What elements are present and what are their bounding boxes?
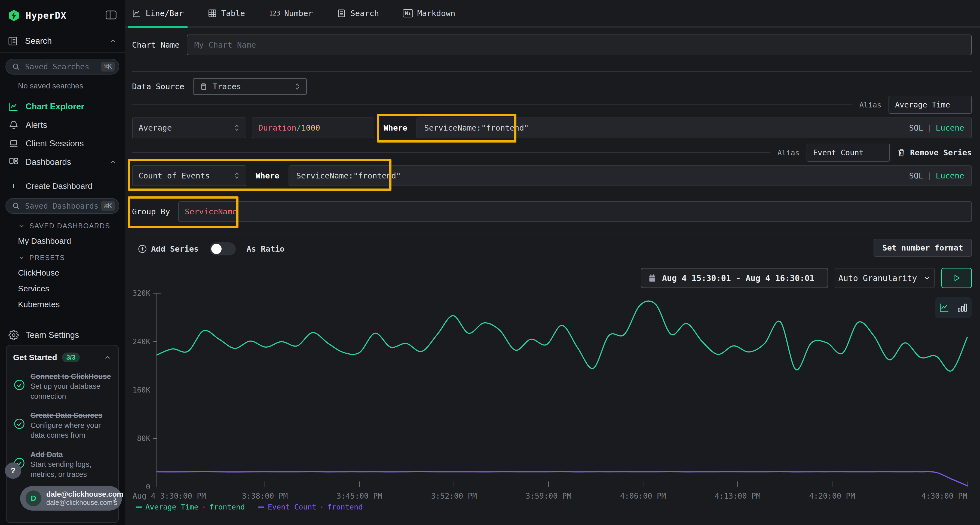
granularity-select[interactable]: Auto Granularity (835, 268, 935, 288)
calendar-icon (648, 274, 657, 282)
legend-item-event-count[interactable]: Event Count · frontend (258, 503, 363, 511)
select-chevrons-icon (234, 124, 240, 132)
lucene-toggle[interactable]: Lucene (935, 171, 964, 180)
get-started-progress-badge: 3/3 (62, 352, 80, 362)
check-circle-icon (13, 411, 30, 440)
svg-text:3:59:00 PM: 3:59:00 PM (525, 492, 571, 501)
field-denominator: 1000 (301, 123, 320, 132)
tab-markdown[interactable]: M↓ Markdown (403, 0, 455, 26)
select-chevrons-icon (234, 172, 240, 179)
series1-where-label: Where (380, 123, 411, 132)
divider (0, 174, 125, 175)
series2-aggregation-select[interactable]: Count of Events (132, 165, 247, 186)
sql-toggle[interactable]: SQL (909, 171, 923, 180)
legend-item-average-time[interactable]: Average Time · frontend (135, 503, 245, 511)
chart-type-tabbar: Line/Bar Table 123 Number Search M↓ Mark… (125, 0, 980, 28)
where-query: ServiceName:"frontend" (296, 171, 401, 180)
svg-text:3:45:00 PM: 3:45:00 PM (336, 492, 382, 501)
sidebar-item-label: Team Settings (25, 330, 79, 340)
sidebar-item-alerts[interactable]: Alerts (0, 116, 125, 134)
user-menu[interactable]: D dale@clickhouse.com dale@clickhouse.co… (20, 486, 122, 511)
divider (132, 233, 972, 233)
presets-group-header[interactable]: PRESETS (18, 254, 125, 262)
add-series-button[interactable]: Add Series (137, 244, 199, 254)
sidebar-item-label: Client Sessions (25, 139, 84, 149)
sidebar-item-client-sessions[interactable]: Client Sessions (0, 135, 125, 152)
remove-series-button[interactable]: Remove Series (897, 148, 972, 157)
get-started-item-datasources[interactable]: Create Data Sources Configure where your… (13, 411, 111, 440)
sidebar-item-chart-explorer[interactable]: Chart Explorer (0, 98, 125, 115)
sidebar-item-label: Dashboards (25, 157, 71, 167)
field-operator: / (296, 123, 301, 132)
keyboard-shortcut-badge: ⌘K (101, 62, 115, 71)
task-title: Add Data (30, 450, 111, 460)
chevron-up-icon[interactable] (103, 353, 111, 362)
saved-dashboards-input[interactable]: Saved Dashboards ⌘K (5, 198, 119, 214)
sidebar-item-my-dashboard[interactable]: My Dashboard (18, 236, 125, 246)
sidebar-item-team-settings[interactable]: Team Settings (0, 327, 125, 344)
sidebar-item-clickhouse[interactable]: ClickHouse (18, 268, 125, 278)
tab-table[interactable]: Table (208, 0, 245, 26)
sidebar-item-services[interactable]: Services (18, 284, 125, 293)
table-icon (208, 9, 217, 18)
get-started-item-add-data[interactable]: Add Data Start sending logs, metrics, or… (13, 450, 111, 479)
sidebar-item-dashboards[interactable]: Dashboards (0, 154, 125, 171)
list-document-icon (337, 9, 346, 18)
create-dashboard-button[interactable]: + Create Dashboard (0, 178, 125, 194)
saved-dashboards-group-header[interactable]: SAVED DASHBOARDS (18, 222, 125, 230)
no-saved-searches-text: No saved searches (18, 82, 125, 90)
chevron-down-icon (18, 222, 25, 230)
sql-toggle[interactable]: SQL (909, 123, 923, 132)
tab-number[interactable]: 123 Number (269, 0, 313, 26)
lucene-toggle[interactable]: Lucene (935, 123, 964, 132)
chevron-up-icon (109, 37, 117, 45)
get-started-item-connect[interactable]: Connect to ClickHouse Set up your databa… (13, 371, 111, 401)
sidebar-item-kubernetes[interactable]: Kubernetes (18, 300, 125, 309)
svg-text:3:52:00 PM: 3:52:00 PM (431, 492, 477, 501)
date-range-input[interactable]: Aug 4 15:30:01 - Aug 4 16:30:01 (641, 268, 828, 288)
sidebar-section-search[interactable]: Search (0, 22, 125, 52)
series2-where-input[interactable]: ServiceName:"frontend" SQL|Lucene (288, 165, 972, 186)
sidebar-item-label: Chart Explorer (25, 102, 84, 111)
chart-name-placeholder: My Chart Name (194, 40, 256, 49)
as-ratio-label: As Ratio (247, 244, 285, 254)
bell-icon (8, 120, 20, 130)
date-range-value: Aug 4 15:30:01 - Aug 4 16:30:01 (662, 273, 815, 283)
granularity-value: Auto Granularity (838, 273, 917, 283)
chart-name-input[interactable]: My Chart Name (187, 35, 972, 55)
gear-icon (8, 330, 20, 340)
series1-where-input[interactable]: ServiceName:"frontend" SQL|Lucene (417, 117, 972, 138)
where-query: ServiceName:"frontend" (424, 123, 529, 132)
user-team: dale@clickhouse.com's (46, 499, 113, 506)
run-query-button[interactable] (941, 268, 972, 288)
svg-text:160K: 160K (132, 386, 151, 394)
help-button[interactable]: ? (5, 462, 21, 479)
chart-name-label: Chart Name (132, 40, 180, 49)
series2-alias-input[interactable]: Event Count (807, 144, 890, 162)
set-number-format-button[interactable]: Set number format (873, 239, 972, 257)
as-ratio-toggle[interactable] (210, 243, 236, 255)
search-icon (12, 63, 20, 71)
series1-aggregation-select[interactable]: Average (132, 117, 247, 138)
svg-text:4:20:00 PM: 4:20:00 PM (809, 492, 855, 501)
saved-dashboards-placeholder: Saved Dashboards (25, 201, 101, 211)
group-by-value: ServiceName (185, 207, 237, 216)
data-source-select[interactable]: Traces (193, 78, 307, 95)
dashboard-grid-icon (8, 157, 20, 167)
tab-search[interactable]: Search (337, 0, 379, 26)
sidebar: HyperDX Search Saved Searches ⌘K No save… (0, 0, 125, 525)
number-123-icon: 123 (269, 10, 280, 17)
saved-searches-input[interactable]: Saved Searches ⌘K (5, 59, 119, 75)
series1-field-input[interactable]: Duration/1000 (252, 117, 374, 138)
chevron-down-icon (923, 274, 931, 282)
group-by-input[interactable]: ServiceName (178, 201, 972, 222)
field-numerator: Duration (258, 123, 296, 132)
search-icon (12, 202, 20, 210)
svg-text:0: 0 (146, 482, 150, 491)
svg-text:4:13:00 PM: 4:13:00 PM (714, 492, 760, 501)
tab-line-bar[interactable]: Line/Bar (132, 0, 184, 26)
task-subtitle: Start sending logs, metrics, or traces (30, 460, 111, 479)
sidebar-collapse-icon[interactable] (105, 10, 117, 21)
timeseries-chart[interactable]: 080K160K240K320KAug 4 3:30:00 PM3:38:00 … (132, 287, 972, 504)
series1-alias-input[interactable]: Average Time (889, 96, 972, 114)
